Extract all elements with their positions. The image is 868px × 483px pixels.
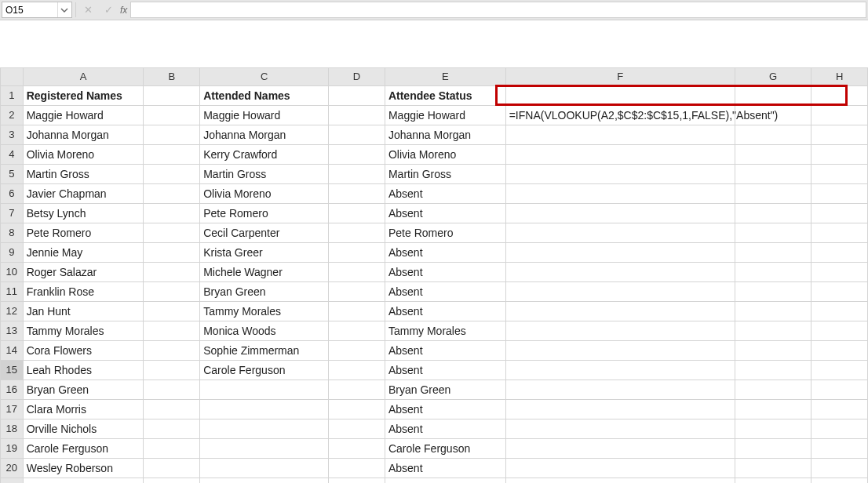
cell-A5[interactable]: Martin Gross bbox=[23, 165, 144, 184]
cell-G16[interactable] bbox=[735, 380, 811, 400]
cell-G15[interactable] bbox=[735, 361, 811, 380]
cell-H19[interactable] bbox=[811, 439, 868, 459]
cell-D12[interactable] bbox=[329, 302, 385, 321]
cell-G13[interactable] bbox=[735, 321, 811, 341]
cell-F6[interactable] bbox=[505, 184, 735, 204]
cell-H7[interactable] bbox=[811, 204, 868, 223]
cell-F21[interactable] bbox=[505, 478, 735, 484]
row-header[interactable]: 11 bbox=[1, 282, 24, 302]
cell-A4[interactable]: Olivia Moreno bbox=[23, 145, 144, 165]
cell-G11[interactable] bbox=[735, 282, 811, 302]
cell-D19[interactable] bbox=[329, 439, 385, 459]
formula-input[interactable] bbox=[130, 2, 866, 18]
cell-E2[interactable]: Maggie Howard bbox=[385, 106, 505, 125]
cell-B3[interactable] bbox=[144, 125, 200, 145]
cell-D14[interactable] bbox=[329, 341, 385, 361]
row-header[interactable]: 20 bbox=[1, 459, 24, 478]
cell-E7[interactable]: Absent bbox=[385, 204, 505, 223]
cell-G5[interactable] bbox=[735, 165, 811, 184]
cell-D16[interactable] bbox=[329, 380, 385, 400]
cell-B16[interactable] bbox=[144, 380, 200, 400]
cell-B15[interactable] bbox=[144, 361, 200, 380]
cell-E18[interactable]: Absent bbox=[385, 419, 505, 439]
row-header[interactable]: 12 bbox=[1, 302, 24, 321]
cell-F8[interactable] bbox=[505, 223, 735, 243]
cell-D8[interactable] bbox=[329, 223, 385, 243]
row-header[interactable]: 14 bbox=[1, 341, 24, 361]
col-header-G[interactable]: G bbox=[735, 68, 811, 86]
cell-E13[interactable]: Tammy Morales bbox=[385, 321, 505, 341]
row-header[interactable]: 18 bbox=[1, 419, 24, 439]
cell-E1[interactable]: Attendee Status bbox=[385, 86, 505, 106]
cell-A19[interactable]: Carole Ferguson bbox=[23, 439, 144, 459]
cell-B5[interactable] bbox=[144, 165, 200, 184]
row-header[interactable]: 1 bbox=[1, 86, 24, 106]
cell-G17[interactable] bbox=[735, 400, 811, 419]
cell-G4[interactable] bbox=[735, 145, 811, 165]
cell-C2[interactable]: Maggie Howard bbox=[200, 106, 329, 125]
cell-B19[interactable] bbox=[144, 439, 200, 459]
cell-D20[interactable] bbox=[329, 459, 385, 478]
cell-C15[interactable]: Carole Ferguson bbox=[200, 361, 329, 380]
cell-D17[interactable] bbox=[329, 400, 385, 419]
cell-F3[interactable] bbox=[505, 125, 735, 145]
cell-E17[interactable]: Absent bbox=[385, 400, 505, 419]
col-header-A[interactable]: A bbox=[23, 68, 144, 86]
cell-A1[interactable]: Registered Names bbox=[23, 86, 144, 106]
cell-B21[interactable] bbox=[144, 478, 200, 484]
cell-A20[interactable]: Wesley Roberson bbox=[23, 459, 144, 478]
cell-D7[interactable] bbox=[329, 204, 385, 223]
cell-C12[interactable]: Tammy Morales bbox=[200, 302, 329, 321]
cell-F2[interactable]: =IFNA(VLOOKUP(A2,$C$2:$C$15,1,FALSE),"Ab… bbox=[505, 106, 735, 125]
cell-B8[interactable] bbox=[144, 223, 200, 243]
cell-F11[interactable] bbox=[505, 282, 735, 302]
cell-H20[interactable] bbox=[811, 459, 868, 478]
col-header-H[interactable]: H bbox=[811, 68, 868, 86]
cell-E4[interactable]: Olivia Moreno bbox=[385, 145, 505, 165]
cell-B18[interactable] bbox=[144, 419, 200, 439]
col-header-D[interactable]: D bbox=[329, 68, 385, 86]
cell-E11[interactable]: Absent bbox=[385, 282, 505, 302]
cell-C19[interactable] bbox=[200, 439, 329, 459]
name-box-wrap[interactable] bbox=[2, 2, 72, 18]
cell-A21[interactable]: Krista Greer bbox=[23, 478, 144, 484]
cell-H15[interactable] bbox=[811, 361, 868, 380]
cell-H1[interactable] bbox=[811, 86, 868, 106]
cell-D1[interactable] bbox=[329, 86, 385, 106]
cell-C16[interactable] bbox=[200, 380, 329, 400]
cell-G1[interactable] bbox=[735, 86, 811, 106]
cell-F12[interactable] bbox=[505, 302, 735, 321]
cell-G9[interactable] bbox=[735, 243, 811, 263]
row-header[interactable]: 17 bbox=[1, 400, 24, 419]
cell-E16[interactable]: Bryan Green bbox=[385, 380, 505, 400]
cell-C13[interactable]: Monica Woods bbox=[200, 321, 329, 341]
cell-G19[interactable] bbox=[735, 439, 811, 459]
cell-E9[interactable]: Absent bbox=[385, 243, 505, 263]
cell-A6[interactable]: Javier Chapman bbox=[23, 184, 144, 204]
cell-C18[interactable] bbox=[200, 419, 329, 439]
cell-A11[interactable]: Franklin Rose bbox=[23, 282, 144, 302]
col-header-F[interactable]: F bbox=[505, 68, 735, 86]
cell-A7[interactable]: Betsy Lynch bbox=[23, 204, 144, 223]
cell-H18[interactable] bbox=[811, 419, 868, 439]
cell-B11[interactable] bbox=[144, 282, 200, 302]
cell-C6[interactable]: Olivia Moreno bbox=[200, 184, 329, 204]
cell-A13[interactable]: Tammy Morales bbox=[23, 321, 144, 341]
cell-H10[interactable] bbox=[811, 263, 868, 282]
cell-E5[interactable]: Martin Gross bbox=[385, 165, 505, 184]
cell-C21[interactable] bbox=[200, 478, 329, 484]
cell-A9[interactable]: Jennie May bbox=[23, 243, 144, 263]
cell-D11[interactable] bbox=[329, 282, 385, 302]
cell-E19[interactable]: Carole Ferguson bbox=[385, 439, 505, 459]
fx-label[interactable]: fx bbox=[119, 0, 130, 20]
cell-A18[interactable]: Orville Nichols bbox=[23, 419, 144, 439]
cell-C11[interactable]: Bryan Green bbox=[200, 282, 329, 302]
cell-A15[interactable]: Leah Rhodes bbox=[23, 361, 144, 380]
cell-F17[interactable] bbox=[505, 400, 735, 419]
row-header[interactable]: 21 bbox=[1, 478, 24, 484]
cell-F20[interactable] bbox=[505, 459, 735, 478]
cell-A14[interactable]: Cora Flowers bbox=[23, 341, 144, 361]
cell-F18[interactable] bbox=[505, 419, 735, 439]
cell-H4[interactable] bbox=[811, 145, 868, 165]
row-header[interactable]: 19 bbox=[1, 439, 24, 459]
